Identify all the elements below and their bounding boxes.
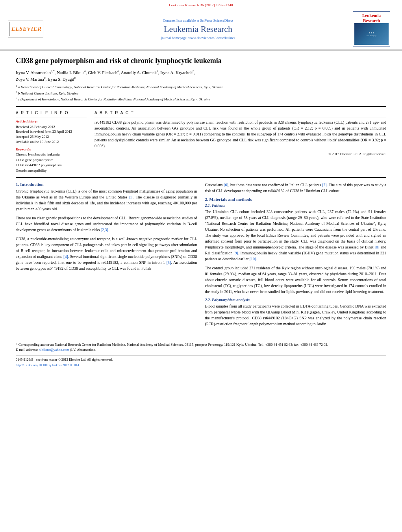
author-bilous: Nadiia I. Bilous [57,70,84,74]
patients-text: The Ukrainian CLL cohort included 328 co… [205,209,387,262]
keyword-2: CD38 gene polymorphism [16,158,87,163]
elsevier-brand-text: ELSEVIER [11,26,41,32]
intro-para-2: There are no clear genetic predispositio… [16,215,197,233]
keyword-1: Chronic lymphocytic leukemia [16,152,87,158]
received-date: Received 28 February 2012 [16,124,87,130]
keyword-4: Genetic susceptibility [16,168,87,174]
polymorphism-text: Blood samples from all study participant… [205,303,387,327]
sciverse-link-text[interactable]: SciVerse ScienceDirect [200,19,233,22]
header-section: ELSEVIER Contents lists available at Sci… [0,8,402,50]
email-suffix: (I.V. Abramenko). [70,348,96,352]
footer-bar: 0145-2126/$ – see front matter © 2012 El… [16,355,386,367]
materials-heading: 2. Materials and methods [205,197,387,202]
intro-continuation: Caucasians [6], but these data were not … [205,182,387,194]
affil-c: c c Department of Hematology, National R… [16,96,386,102]
author-martina: Zoya V. Martina [16,77,44,82]
affiliations: a a Department of Clinical Immunology, N… [16,84,386,102]
email-label: E-mail address: [16,348,38,352]
ref-6: [6] [224,183,228,187]
page: Leukemia Research 36 (2012) 1237–1240 EL… [0,0,402,532]
author-chumak: Anatoliy A. Chumak [121,70,157,74]
author-kryachok: Iryna A. Kryachok [160,70,193,74]
top-banner: Leukemia Research 36 (2012) 1237–1240 [0,0,402,8]
elsevier-logo-box: ELSEVIER [8,20,43,38]
keywords-head: Keywords: [16,147,87,151]
email-note: E-mail address: nibilous@yahoo.com (I.V.… [16,347,386,352]
available-date: Available online 19 June 2012 [16,139,87,145]
ref-7: [7] [322,183,327,187]
history-head: Article history: [16,119,87,123]
accepted-date: Accepted 25 May 2012 [16,134,87,139]
body-divider [16,177,386,178]
leukemia-logo-title: Leukemia Research [354,13,389,23]
header-center: Contents lists available at SciVerse Sci… [51,19,345,40]
elsevier-logo: ELSEVIER [8,20,43,38]
homepage-link[interactable]: www.elsevier.com/locate/leukres [188,36,235,40]
author-pleskach: Gleb V. Pleskach [88,70,117,74]
article-title: CD38 gene polymorphism and risk of chron… [16,56,386,65]
ref-8: [8] [375,245,380,249]
polymorphism-subhead: 2.2. Polymorphism analysis [205,298,387,302]
ref-10: [10] [250,257,256,261]
sciverse-link: Contents lists available at SciVerse Sci… [51,19,345,22]
revised-date: Received in revised form 23 April 2012 [16,129,87,134]
ref-4: [4] [63,254,68,259]
journal-homepage: journal homepage: www.elsevier.com/locat… [51,36,345,40]
keyword-3: CD38 rs6449182 polymorphism [16,163,87,168]
main-body: 1. Introduction Chronic lymphocytic leuk… [16,182,386,330]
info-abstract-section: A R T I C L E I N F O Article history: R… [16,111,386,173]
intro-para-3: CD38, a nucleotide-metabolizing ectoenzy… [16,236,197,271]
ref-23: [2,3] [101,228,108,232]
article-info-label: A R T I C L E I N F O [16,111,87,115]
leukemia-logo-image: ● ● ● cell imagery [354,23,389,45]
keywords-section: Keywords: Chronic lymphocytic leukemia C… [16,147,87,173]
left-column: 1. Introduction Chronic lymphocytic leuk… [16,182,197,330]
intro-para-1: Chronic lymphocytic leukemia (CLL) is on… [16,188,197,212]
leukemia-logo-content: ● ● ● cell imagery [367,32,376,37]
heavy-divider [16,106,386,107]
right-column: Caucasians [6], but these data were not … [205,182,387,330]
copyright-line: © 2012 Elsevier Ltd. All rights reserved… [94,152,386,156]
footnotes-area: * Corresponding author at: National Rese… [0,340,402,367]
author-dyagil: Iryna S. Dyagil [48,77,74,82]
email-address[interactable]: nibilous@yahoo.com [39,348,69,352]
author-sup-a: a,* [51,69,55,73]
footer-doi[interactable]: http://dx.doi.org/10.1016/j.leukres.2012… [16,363,386,367]
ref-1: [1] [129,195,133,199]
footnote-box: * Corresponding author at: National Rese… [16,340,386,352]
affil-a: a a Department of Clinical Immunology, N… [16,84,386,90]
abstract-label: A B S T R A C T [94,111,386,115]
control-text: The control group included 271 residents… [205,265,387,295]
abstract-column: A B S T R A C T rs6449182 CD38 gene poly… [94,111,386,173]
footer-copyright: 0145-2126/$ – see front matter © 2012 El… [16,358,386,362]
authors-line: Iryna V. Abramenkoa,*, Nadiia I. Bilousa… [16,69,386,82]
article-info-column: A R T I C L E I N F O Article history: R… [16,111,87,173]
article-body: CD38 gene polymorphism and risk of chron… [0,50,402,336]
affil-b: b b National Cancer Institute, Kyiv, Ukr… [16,91,386,96]
abstract-box: rs6449182 CD38 gene polymorphism was det… [94,117,386,156]
corresponding-note: * Corresponding author at: National Rese… [16,342,386,347]
author-abramenko: Iryna V. Abramenko [16,70,51,74]
patients-subhead: 2.1. Patients [205,203,387,208]
ref-5: [5] [167,260,171,265]
journal-title: Leukemia Research [51,24,345,34]
intro-heading: 1. Introduction [16,182,197,187]
journal-reference: Leukemia Research 36 (2012) 1237–1240 [169,3,233,7]
leukemia-logo-box: Leukemia Research ● ● ● cell imagery [353,11,390,46]
ref-9: [9] [233,251,238,255]
article-info-box: Article history: Received 28 February 20… [16,117,87,173]
abstract-text: rs6449182 CD38 gene polymorphism was det… [94,119,386,149]
